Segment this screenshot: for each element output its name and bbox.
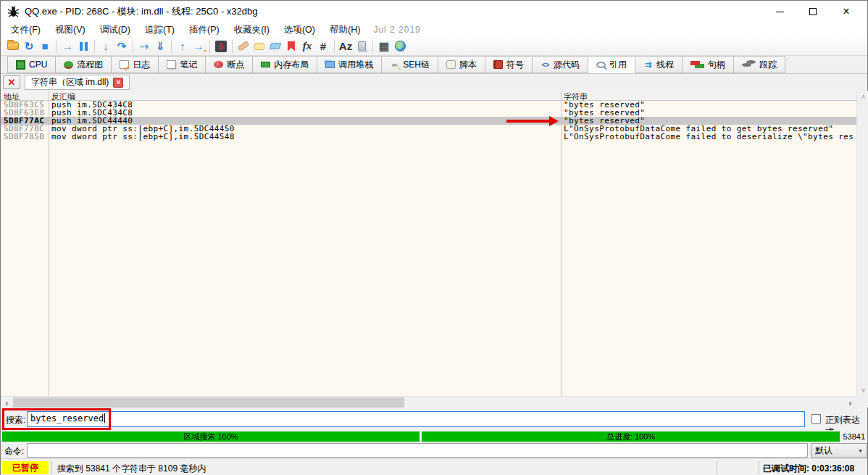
notes-device-icon: [358, 41, 366, 51]
calculator-icon[interactable]: ▦: [376, 39, 392, 54]
annotation-arrow: [506, 120, 550, 123]
tab-call-stack[interactable]: 调用堆栈: [317, 56, 382, 73]
tab-label: 符号: [506, 59, 524, 71]
menu-item[interactable]: 文件(F): [4, 22, 48, 38]
toolbar-separator: [334, 40, 335, 53]
step-into-icon[interactable]: ↓: [98, 39, 114, 54]
tab-label: 日志: [133, 59, 150, 71]
functions-icon: fx: [303, 40, 312, 52]
maximize-button[interactable]: [796, 1, 830, 22]
horizontal-scrollbar[interactable]: ‹ ›: [1, 396, 856, 408]
tab-notes[interactable]: 笔记: [158, 56, 206, 73]
execute-till-return-icon[interactable]: ↑: [175, 39, 191, 54]
string-text: L"OnSysProtobufDataCome failed to deseri…: [564, 133, 808, 141]
functions-icon[interactable]: fx: [299, 39, 315, 54]
tab-handles[interactable]: 句柄: [682, 56, 734, 73]
toolbar-separator: [94, 40, 95, 53]
tab-source[interactable]: <>源代码: [532, 56, 588, 73]
search-match-text: bytes_reserved: [569, 101, 640, 109]
trace-into-icon[interactable]: ⇢: [136, 39, 152, 54]
string-text: ": [828, 125, 833, 133]
step-over-icon[interactable]: ↷: [114, 39, 130, 54]
run-to-user-code-icon: →: [193, 40, 204, 52]
paused-badge: 已暂停: [2, 461, 49, 474]
bookmarks-icon[interactable]: [283, 39, 299, 54]
menu-item[interactable]: 视图(V): [48, 22, 93, 38]
subtab-strings[interactable]: 字符串（区域 im.dll) ×: [25, 75, 130, 90]
patches-icon[interactable]: [235, 39, 251, 54]
search-match-text: bytes_reserved: [569, 109, 640, 117]
command-profile-dropdown[interactable]: 默认 ▼: [811, 443, 867, 458]
run-icon[interactable]: →: [59, 39, 75, 54]
comments-icon: [254, 43, 264, 50]
run-to-user-code-icon[interactable]: →: [191, 39, 206, 54]
tab-label: 流程图: [77, 59, 103, 71]
ascii-table-icon[interactable]: Az: [338, 39, 354, 54]
tab-trace[interactable]: 跟踪: [733, 56, 785, 73]
scroll-up-icon[interactable]: ∧: [857, 91, 868, 102]
region-progress-label: 区域搜索 100%: [183, 431, 238, 442]
notes-device-icon[interactable]: [354, 39, 370, 54]
scroll-right-icon[interactable]: ›: [844, 397, 856, 408]
tab-breakpoints[interactable]: 断点: [205, 56, 253, 73]
vertical-scrollbar[interactable]: ∧ ∨: [856, 91, 868, 396]
stop-debuggee-icon: ■: [41, 40, 48, 52]
step-into-icon: ↓: [103, 40, 109, 52]
chevron-down-icon: ▼: [858, 448, 863, 453]
tab-symbols[interactable]: 符号: [485, 56, 533, 73]
close-button[interactable]: ×: [830, 1, 863, 22]
stop-debuggee-icon[interactable]: ■: [37, 39, 53, 54]
labels-icon[interactable]: [267, 39, 283, 54]
hash-icon[interactable]: #: [315, 39, 331, 54]
tab-threads[interactable]: ⇉线程: [635, 56, 683, 73]
search-input[interactable]: bytes_reserved: [27, 411, 805, 427]
run-icon: →: [62, 40, 73, 52]
search-match-text: bytes_reserved: [757, 125, 828, 133]
toolbar-separator: [56, 40, 57, 53]
menu-item[interactable]: 追踪(T): [138, 22, 182, 38]
open-file-icon[interactable]: [5, 39, 21, 54]
app-window: QQ.exe - PID: 268C - 模块: im.dll - 线程: 25…: [0, 0, 868, 475]
menu-item[interactable]: 插件(P): [182, 22, 227, 38]
tab-script[interactable]: 脚本: [438, 56, 485, 73]
comments-icon[interactable]: [251, 39, 267, 54]
execute-till-return-icon: ↑: [180, 40, 185, 52]
tab-memory-map[interactable]: 内存布局: [252, 56, 317, 73]
menu-item[interactable]: 调试(D): [93, 22, 138, 38]
tab-cpu[interactable]: CPU: [7, 56, 56, 73]
step-over-icon: ↷: [117, 40, 127, 53]
globe-icon[interactable]: [392, 39, 408, 54]
tab-seh[interactable]: ∞SEH链: [381, 56, 438, 73]
tab-references[interactable]: 引用: [588, 56, 635, 73]
restart-icon: ↻: [25, 40, 34, 53]
tab-label: 句柄: [708, 59, 725, 71]
scrollbar-thumb[interactable]: [13, 397, 404, 408]
trace-over-icon[interactable]: ⇓: [152, 39, 168, 54]
scroll-down-icon[interactable]: ∨: [857, 384, 868, 396]
menu-item[interactable]: 帮助(H): [322, 22, 367, 38]
command-input[interactable]: [27, 443, 808, 458]
restart-icon[interactable]: ↻: [21, 39, 37, 54]
tab-label: 笔记: [180, 59, 197, 71]
pause-icon[interactable]: [75, 39, 91, 54]
close-reference-view-button[interactable]: ✕: [3, 75, 20, 89]
menu-item[interactable]: 选项(O): [277, 22, 322, 38]
calculator-icon: ▦: [379, 40, 389, 53]
cpu-icon: [16, 60, 25, 70]
toolbar-separator: [133, 40, 133, 53]
tab-log[interactable]: 日志: [111, 56, 159, 73]
tab-label: 线程: [656, 59, 674, 71]
seh-chain-icon[interactable]: S: [213, 39, 229, 54]
result-count: 53841: [843, 432, 865, 441]
tab-graph[interactable]: 流程图: [55, 56, 112, 73]
subtab-close-icon[interactable]: ×: [113, 78, 123, 88]
scroll-left-icon[interactable]: ‹: [1, 397, 13, 408]
profile-value: 默认: [815, 445, 832, 457]
regex-checkbox[interactable]: [811, 414, 821, 424]
ascii-table-icon: Az: [339, 40, 352, 52]
table-row[interactable]: 5D8F785Bmov dword ptr ss:[ebp+C],im.5DC4…: [1, 133, 856, 141]
menu-item[interactable]: 收藏夹(I): [227, 22, 277, 38]
status-bar: 已暂停 搜索到 53841 个字符串于 8109 毫秒内 已调试时间: 0:03…: [1, 458, 867, 475]
region-search-progressbar: 区域搜索 100%: [2, 431, 420, 442]
minimize-button[interactable]: [763, 1, 796, 22]
